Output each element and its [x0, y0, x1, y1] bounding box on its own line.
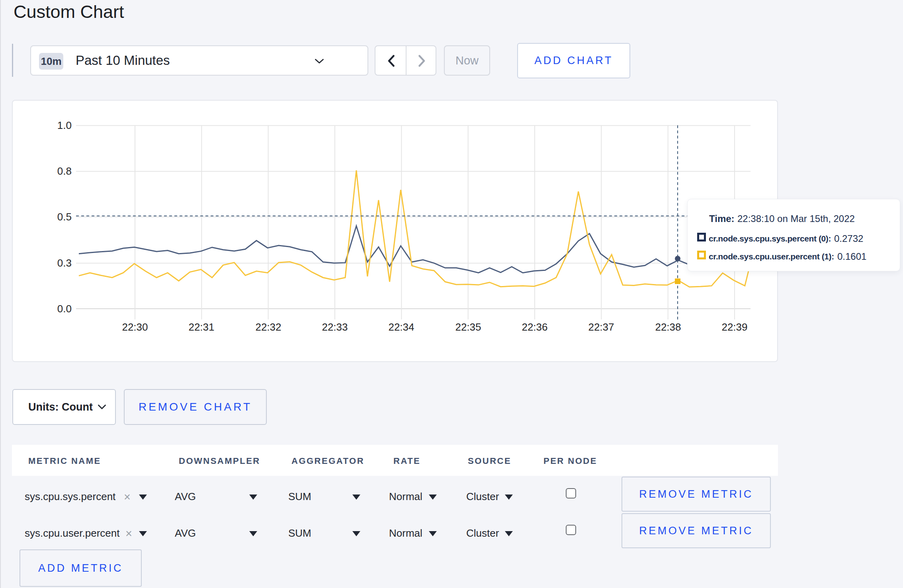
svg-text:22:34: 22:34 [388, 321, 414, 333]
svg-text:22:35: 22:35 [455, 321, 481, 333]
svg-text:1.0: 1.0 [57, 119, 72, 131]
svg-text:22:30: 22:30 [122, 321, 148, 333]
svg-text:22:32: 22:32 [255, 321, 281, 333]
svg-text:0.8: 0.8 [57, 165, 72, 177]
svg-text:0.3: 0.3 [57, 257, 72, 269]
svg-text:22:31: 22:31 [188, 321, 214, 333]
svg-text:22:38: 22:38 [655, 321, 681, 333]
svg-text:0.5: 0.5 [57, 211, 72, 223]
svg-text:22:33: 22:33 [322, 321, 348, 333]
svg-text:22:39: 22:39 [721, 321, 747, 333]
svg-text:0.0: 0.0 [57, 303, 72, 315]
svg-text:22:37: 22:37 [588, 321, 614, 333]
svg-text:22:36: 22:36 [522, 321, 547, 333]
